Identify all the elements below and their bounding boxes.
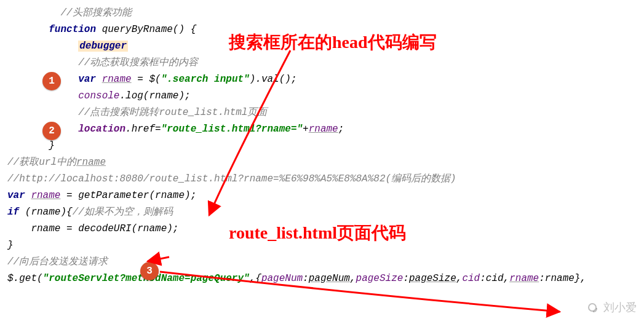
text: + [303, 124, 309, 135]
val-pageSize: pageSize [409, 273, 456, 284]
fn-getParameter: getParameter [78, 190, 149, 201]
brace: } [49, 140, 55, 151]
badge-1: 1 [42, 72, 61, 90]
fn-decodeURI: decodeURI [78, 223, 131, 234]
fn-name: queryByRname [96, 24, 173, 35]
text: ,{ [250, 273, 261, 284]
text: ).val(); [250, 74, 297, 85]
comment: //动态获取搜索框中的内容 [78, 57, 198, 68]
kw-var: var [7, 190, 31, 201]
text: = [60, 190, 78, 201]
comment-rname: rname [76, 157, 106, 168]
key-pageNum: pageNum [261, 273, 303, 284]
var-rname: rname [31, 190, 60, 201]
var-rname: rname [102, 74, 132, 85]
val-pageNum: pageNum [309, 273, 350, 284]
text: : [303, 273, 309, 284]
var-rname: rname [309, 124, 338, 135]
console: console [78, 90, 119, 101]
text: (rname); [132, 223, 179, 234]
kw-debugger: debugger [78, 41, 128, 52]
comment: //如果不为空，则解码 [73, 207, 173, 218]
annotation-head: 搜索框所在的head代码编写 [229, 31, 437, 54]
watermark: 刘小爱 [588, 300, 637, 315]
string: ".search input" [161, 74, 250, 85]
comment: //向后台发送发送请求 [7, 256, 108, 267]
wechat-icon [588, 303, 597, 312]
kw-var: var [78, 74, 101, 85]
watermark-text: 刘小爱 [603, 302, 637, 314]
kw-function: function [49, 24, 96, 35]
badge-3: 3 [140, 262, 159, 280]
annotation-routelist: route_list.html页面代码 [229, 221, 406, 245]
comment: //点击搜索时跳转route_list.html页面 [78, 107, 267, 118]
text: , [350, 273, 356, 284]
kw-if: if [7, 207, 25, 218]
key-pageSize: pageSize [356, 273, 403, 284]
text: ; [338, 124, 344, 135]
text: (rname){ [25, 207, 73, 218]
key-rname: rname [509, 273, 539, 284]
text: .href= [125, 124, 161, 135]
text: .log(rname); [119, 90, 190, 101]
text: , [456, 273, 463, 284]
location: location [78, 124, 125, 135]
text: (rname); [149, 190, 196, 201]
text: rname = [31, 223, 78, 234]
text: = $( [132, 74, 161, 85]
text: : [403, 273, 409, 284]
text: $.get( [7, 273, 43, 284]
text: :rname}, [539, 273, 586, 284]
badge-2: 2 [42, 122, 61, 140]
comment: //获取url中的 [7, 157, 76, 168]
text: () { [173, 24, 196, 35]
brace: } [7, 240, 14, 251]
comment-url: //http://localhost:8080/route_list.html?… [7, 173, 456, 184]
string: "route_list.html?rname=" [161, 124, 303, 135]
comment: //头部搜索功能 [60, 7, 131, 18]
key-cid: cid [462, 273, 480, 284]
text: :cid, [480, 273, 509, 284]
